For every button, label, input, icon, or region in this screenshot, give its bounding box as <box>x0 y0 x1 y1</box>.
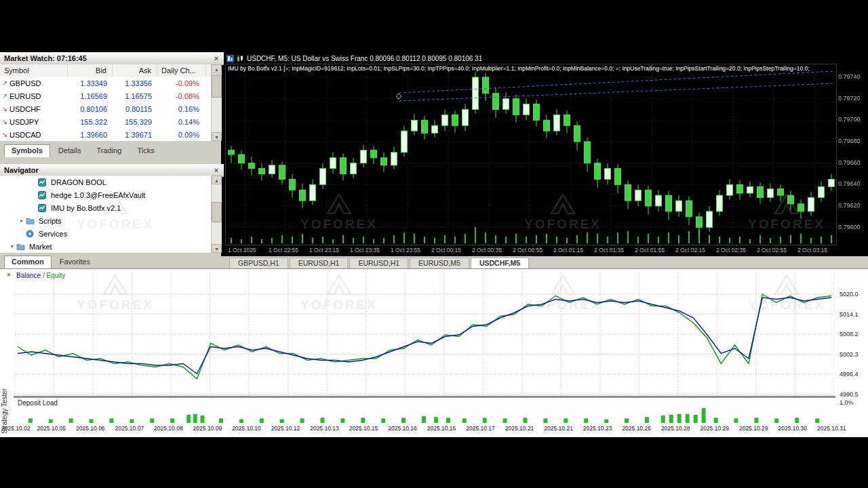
column-header-daily-change[interactable]: Daily Ch... <box>157 64 206 77</box>
symbol-cell: USDCHF <box>9 105 68 113</box>
tick-down-icon: ↘ <box>0 105 9 113</box>
close-icon[interactable]: × <box>212 54 221 62</box>
scroll-up-icon[interactable]: ▲ <box>212 176 222 184</box>
navigator-tab-common[interactable]: Common <box>4 256 52 268</box>
market-watch-row[interactable]: ↘USDCAD1.396601.396710.09% <box>0 128 211 141</box>
tree-item-label: Scripts <box>39 217 62 225</box>
date-label: 2025.10.10 <box>232 425 261 432</box>
date-label: 2025.10.05 <box>37 425 66 432</box>
market-watch-tab-trading[interactable]: Trading <box>89 144 129 157</box>
time-label: 1 Oct 23:15 <box>309 247 339 253</box>
tree-item[interactable]: IMU by Bo.Botfx v2.1 <box>0 201 211 214</box>
chart-window-icon <box>226 55 234 62</box>
market-watch-rows: ↗GBPUSD1.333491.33356-0.09%↗EURUSD1.1656… <box>0 77 211 141</box>
chart-tab-gbpusd-h1[interactable]: GBPUSD,H1 <box>229 258 288 268</box>
scroll-down-icon[interactable]: ▼ <box>212 132 222 141</box>
date-label: 2025.10.31 <box>817 425 846 432</box>
ea-parameters-line: IMU by Bo.Botfx v2.1 [=; InpMagicID=9196… <box>228 65 833 73</box>
price-axis[interactable]: 0.797400.797200.797000.796800.796600.796… <box>838 64 868 244</box>
price-label: 0.79740 <box>838 73 861 80</box>
tick-down-icon: ↘ <box>0 118 9 125</box>
chart-tab-usdchf-m5[interactable]: USDCHF,M5 <box>471 258 529 268</box>
time-label: 2 Oct 00:55 <box>513 247 542 253</box>
time-label: 2 Oct 00:35 <box>472 247 502 253</box>
time-axis[interactable]: 1 Oct 20251 Oct 22:551 Oct 23:151 Oct 23… <box>225 244 849 256</box>
price-label: 0.79720 <box>838 95 861 102</box>
market-watch-tab-details[interactable]: Details <box>51 144 89 157</box>
chart-tab-eurusd-h1[interactable]: EURUSD,H1 <box>290 258 349 268</box>
close-icon[interactable]: × <box>4 271 14 279</box>
market-watch-titlebar: Market Watch: 07:16:45 × <box>0 52 224 65</box>
chart-tab-eurusd-h1[interactable]: EURUSD,H1 <box>349 258 408 268</box>
market-watch-row[interactable]: ↘USDJPY155.322155.3290.14% <box>0 115 211 128</box>
strategy-tester-tab-label[interactable]: Strategy Tester <box>1 291 8 434</box>
tester-separator[interactable] <box>14 396 835 398</box>
ea-icon <box>38 191 48 199</box>
scroll-down-icon[interactable]: ▼ <box>212 244 222 253</box>
chart-tab-eurusd-m5[interactable]: EURUSD,M5 <box>410 258 469 268</box>
time-label: 2 Oct 01:35 <box>594 247 624 253</box>
candlestick-chart[interactable] <box>225 64 837 245</box>
date-label: 2025.10.29 <box>700 425 729 432</box>
market-watch-scrollbar[interactable]: ▲ ▼ <box>211 64 222 141</box>
ea-icon <box>38 204 48 212</box>
folder-icon <box>26 217 36 225</box>
scroll-thumb[interactable] <box>212 202 222 222</box>
expander-icon[interactable]: ▾ <box>8 243 16 249</box>
market-watch-row[interactable]: ↘USDCHF0.801060.801150.16% <box>0 102 211 115</box>
market-watch-row[interactable]: ↗GBPUSD1.333491.33356-0.09% <box>0 77 211 89</box>
tree-item[interactable]: ▾Market <box>0 240 211 253</box>
scroll-thumb[interactable] <box>212 75 222 98</box>
time-label: 2 Oct 00:15 <box>431 247 461 253</box>
daily-change-cell: -0.09% <box>157 79 206 87</box>
navigator-tab-favorites[interactable]: Favorites <box>52 256 98 268</box>
balance-equity-chart[interactable] <box>15 272 834 396</box>
date-label: 2025.10.17 <box>466 425 495 432</box>
date-label: 2025.10.26 <box>622 425 651 432</box>
tree-item[interactable]: DRAGON BOOL <box>0 176 211 188</box>
price-label: 0.79700 <box>838 116 861 123</box>
navigator-scrollbar[interactable]: ▲ ▼ <box>211 176 222 253</box>
time-label: 2 Oct 02:35 <box>716 247 746 253</box>
market-watch-tab-ticks[interactable]: Ticks <box>130 144 161 157</box>
date-label: 2025.10.16 <box>427 425 456 432</box>
expander-icon[interactable]: ▸ <box>18 218 26 224</box>
tester-y-label: 5002.3 <box>840 351 859 358</box>
close-icon[interactable]: × <box>212 166 221 174</box>
date-label: 2025.10.21 <box>544 425 573 432</box>
date-label: 2025.10.29 <box>739 425 768 432</box>
symbol-cell: GBPUSD <box>9 79 68 87</box>
market-watch-tabs: SymbolsDetailsTradingTicks <box>0 141 221 157</box>
market-watch-tab-symbols[interactable]: Symbols <box>4 144 50 157</box>
date-label: 2025.10.23 <box>583 425 612 432</box>
tree-item[interactable]: ▸Scripts <box>0 214 211 227</box>
tester-y-axis: 5020.05014.15008.25002.34996.44990.5 <box>838 272 868 396</box>
market-watch-title: Market Watch: 07:16:45 <box>4 54 87 62</box>
ask-cell: 1.33356 <box>113 79 157 87</box>
deposit-load-max: 1.0% <box>840 399 854 406</box>
date-label: 2025.10.13 <box>310 425 339 432</box>
navigator-title: Navigator <box>4 166 39 174</box>
tree-item-label: Market <box>29 243 52 251</box>
market-watch-row[interactable]: ↗EURUSD1.165691.16575-0.08% <box>0 89 211 102</box>
column-header-symbol[interactable]: Symbol <box>0 64 68 77</box>
deposit-load-chart[interactable] <box>15 399 834 424</box>
column-header-ask[interactable]: Ask <box>113 64 157 77</box>
bid-cell: 1.33349 <box>68 79 113 87</box>
scroll-up-icon[interactable]: ▲ <box>212 64 222 73</box>
tree-item-label: IMU by Bo.Botfx v2.1 <box>51 204 121 212</box>
ask-cell: 1.39671 <box>113 131 157 139</box>
date-label: 2025.10.15 <box>349 425 378 432</box>
price-label: 0.79660 <box>838 159 861 166</box>
legend-equity: Equity <box>46 272 65 279</box>
tree-item[interactable]: hedge 1.0.3@FreeEAfxVault <box>0 188 211 201</box>
date-label: 2025.10.07 <box>115 425 144 432</box>
daily-change-cell: 0.14% <box>157 118 206 126</box>
symbol-cell: USDCAD <box>9 131 68 139</box>
tester-y-label: 5014.1 <box>840 311 859 318</box>
tree-item-label: Services <box>39 230 67 238</box>
tree-item-label: hedge 1.0.3@FreeEAfxVault <box>51 191 145 199</box>
column-header-bid[interactable]: Bid <box>68 64 113 77</box>
tester-legend: Balance / Equity <box>16 272 65 279</box>
tree-item[interactable]: Services <box>0 227 211 240</box>
